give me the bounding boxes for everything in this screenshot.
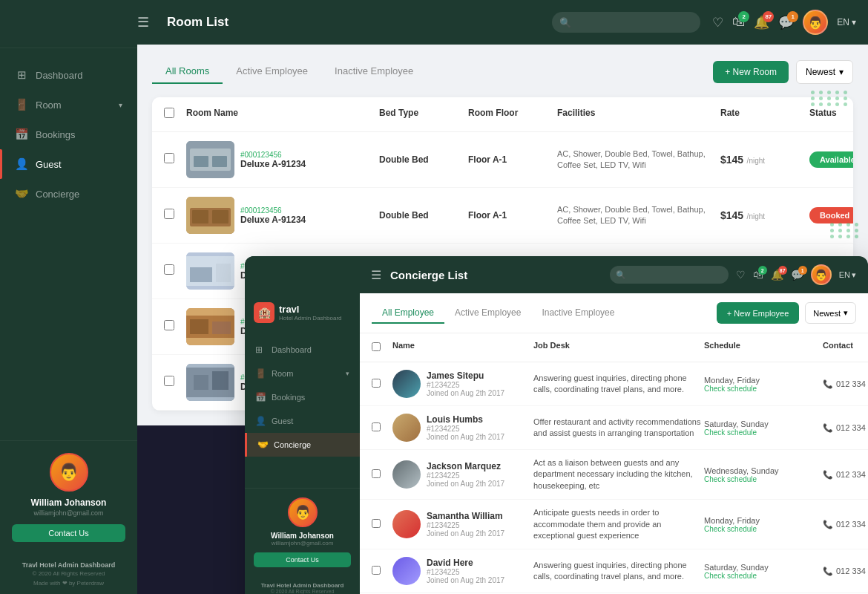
- language-selector[interactable]: EN ▾: [837, 17, 856, 27]
- row-checkbox[interactable]: [372, 566, 381, 575]
- overlay-sort-button[interactable]: Newest ▾: [805, 302, 856, 324]
- bed-type: Double Bed: [379, 210, 468, 221]
- col-floor: Room Floor: [468, 108, 557, 121]
- overlay-footer-copy: © 2020 All Rights Reserved: [254, 589, 351, 594]
- chat-button[interactable]: 💬 1: [778, 15, 794, 30]
- check-schedule-link[interactable]: Check schedule: [704, 572, 823, 580]
- schedule-cell: Saturday, Sunday Check schedule: [704, 420, 823, 437]
- user-avatar[interactable]: 👨: [803, 10, 828, 35]
- heart-button[interactable]: ♡: [712, 15, 723, 30]
- contact-us-button[interactable]: Contact Us: [12, 524, 125, 542]
- schedule-days: Monday, Friday: [704, 376, 823, 385]
- concierge-icon: 🤝: [257, 440, 268, 450]
- dashboard-icon: ⊞: [15, 68, 28, 82]
- employee-row: James Sitepu #1234225 Joined on Aug 2th …: [360, 362, 868, 406]
- svg-rect-7: [212, 210, 228, 223]
- row-checkbox[interactable]: [164, 209, 174, 219]
- employee-avatar: [392, 370, 421, 398]
- new-room-button[interactable]: + New Room: [713, 61, 789, 83]
- row-checkbox[interactable]: [164, 153, 174, 163]
- overlay-tab-active[interactable]: Active Employee: [444, 303, 531, 324]
- row-checkbox[interactable]: [372, 422, 381, 431]
- row-checkbox[interactable]: [372, 469, 381, 478]
- contact-cell: 📞 012 334 55512: [823, 470, 868, 480]
- employee-info: Jackson Marquez #1234225 Joined on Aug 2…: [427, 461, 504, 488]
- row-checkbox[interactable]: [164, 320, 174, 330]
- overlay-bell-button[interactable]: 🔔87: [771, 269, 783, 281]
- sort-button[interactable]: Newest ▾: [796, 60, 853, 84]
- sidebar-user: 👨 William Johanson williamjohn@gmail.com…: [0, 440, 137, 554]
- row-checkbox[interactable]: [372, 379, 381, 388]
- overlay-user-avatar[interactable]: 👨: [811, 264, 832, 285]
- bell-button[interactable]: 🔔 87: [754, 15, 769, 30]
- check-schedule-link[interactable]: Check schedule: [704, 385, 823, 393]
- footer-title: Travl Hotel Admin Dashboard: [12, 561, 125, 569]
- contact-cell: 📞 012 334 55512: [823, 423, 868, 433]
- job-desk: Answering guest inquiries, directing pho…: [533, 373, 704, 396]
- chevron-down-icon: ▾: [852, 17, 856, 27]
- search-icon: 🔍: [559, 17, 571, 28]
- select-all-checkbox[interactable]: [164, 108, 174, 118]
- employee-joined: Joined on Aug 2th 2017: [427, 480, 504, 488]
- schedule-cell: Monday, Friday Check schedule: [704, 376, 823, 393]
- employee-name: James Sitepu: [427, 371, 504, 381]
- job-desk: Offer restaurant and activity recommenda…: [533, 417, 704, 440]
- overlay-tab-all[interactable]: All Employee: [372, 303, 444, 324]
- new-employee-button[interactable]: + New Employee: [717, 302, 799, 324]
- sidebar-item-concierge[interactable]: 🤝 Concierge: [0, 179, 137, 209]
- sidebar-item-room[interactable]: 🚪 Room ▾: [0, 90, 137, 120]
- sidebar-item-bookings[interactable]: 📅 Bookings: [0, 120, 137, 149]
- overlay-nav-room[interactable]: 🚪 Room ▾: [245, 362, 360, 385]
- overlay-heart-icon[interactable]: ♡: [736, 269, 746, 281]
- overlay-nav-guest[interactable]: 👤 Guest: [245, 409, 360, 433]
- overlay-tab-inactive[interactable]: Inactive Employee: [531, 303, 625, 324]
- decorative-dots-tr: [811, 91, 849, 106]
- header: ☰ Room List 🔍 ♡ 🛍 2 🔔 87 💬 1 👨 EN ▾: [0, 0, 868, 45]
- employee-avatar: [392, 414, 421, 442]
- facilities: AC, Shower, Double Bed, Towel, Bathup, C…: [557, 204, 720, 227]
- overlay-lang-selector[interactable]: EN▾: [839, 270, 856, 280]
- search-wrap: 🔍: [552, 12, 700, 33]
- check-schedule-link[interactable]: Check schedule: [704, 525, 823, 533]
- overlay-chat-badge: 1: [798, 266, 807, 275]
- search-input[interactable]: [552, 12, 700, 33]
- bag-button[interactable]: 🛍 2: [732, 15, 745, 30]
- room-name: Deluxe A-91234: [240, 215, 306, 225]
- col-status: Status: [809, 108, 853, 121]
- overlay-bag-button[interactable]: 🛍2: [753, 269, 763, 281]
- employee-joined: Joined on Aug 2th 2017: [427, 389, 504, 397]
- employee-joined: Joined on Aug 2th 2017: [427, 433, 504, 441]
- overlay-search-input[interactable]: [610, 266, 729, 284]
- overlay-nav-dashboard[interactable]: ⊞ Dashboard: [245, 338, 360, 362]
- overlay-chat-button[interactable]: 💬1: [791, 269, 803, 281]
- sidebar-footer: Travl Hotel Admin Dashboard © 2020 All R…: [0, 554, 137, 594]
- employee-name: Samantha William: [427, 511, 504, 521]
- svg-rect-2: [194, 156, 208, 167]
- overlay-nav-bookings[interactable]: 📅 Bookings: [245, 385, 360, 409]
- check-schedule-link[interactable]: Check schedule: [704, 428, 823, 437]
- room-icon: 🚪: [255, 368, 266, 379]
- sidebar-nav: ⊞ Dashboard 🚪 Room ▾ 📅 Bookings 👤 Guest …: [0, 48, 137, 440]
- row-checkbox[interactable]: [372, 519, 381, 528]
- overlay-nav-concierge[interactable]: 🤝 Concierge: [245, 433, 360, 457]
- tab-inactive-employee[interactable]: Inactive Employee: [321, 59, 427, 84]
- schedule-days: Saturday, Sunday: [704, 420, 823, 428]
- sidebar-item-label: Concierge: [36, 189, 79, 200]
- check-schedule-link[interactable]: Check schedule: [704, 475, 823, 483]
- overlay-hamburger-icon[interactable]: ☰: [371, 268, 381, 282]
- schedule-cell: Saturday, Sunday Check schedule: [704, 563, 823, 580]
- room-name: Deluxe A-91234: [240, 159, 306, 169]
- hamburger-icon[interactable]: ☰: [137, 14, 149, 30]
- select-all-checkbox[interactable]: [372, 342, 381, 351]
- svg-rect-15: [212, 322, 231, 334]
- tab-active-employee[interactable]: Active Employee: [223, 59, 321, 84]
- tab-all-rooms[interactable]: All Rooms: [152, 59, 223, 84]
- employee-id: #1234225: [427, 471, 504, 480]
- sidebar-item-guest[interactable]: 👤 Guest: [0, 149, 137, 179]
- row-checkbox[interactable]: [164, 376, 174, 386]
- overlay-user-name: William Johanson: [254, 532, 351, 540]
- row-checkbox[interactable]: [164, 264, 174, 275]
- table-row: #000123456 Deluxe A-91234 Double Bed Flo…: [152, 188, 853, 244]
- sidebar-item-dashboard[interactable]: ⊞ Dashboard: [0, 60, 137, 90]
- overlay-contact-button[interactable]: Contact Us: [254, 552, 351, 567]
